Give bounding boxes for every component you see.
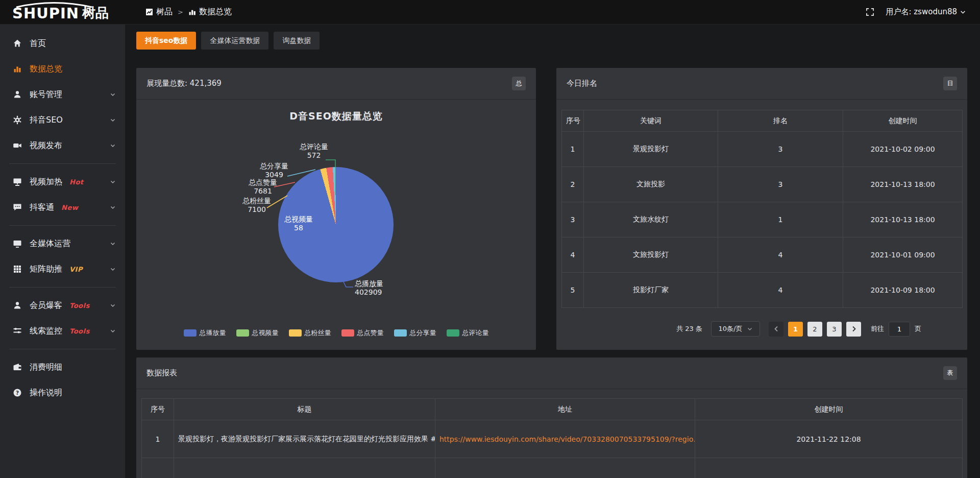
- chevron-down-icon: [110, 266, 116, 272]
- cell-url: [435, 458, 695, 478]
- table-row: 1 景观投影灯，夜游景观投影灯厂家展示展示落花灯在花园里的灯光投影应用效果 # …: [142, 420, 963, 458]
- sidebar-item-expense-detail[interactable]: 消费明细: [0, 354, 125, 380]
- sidebar-item-matrix-boost[interactable]: 矩阵助推 VIP: [0, 256, 125, 282]
- cell-index: 2: [562, 167, 584, 202]
- user-icon: [12, 300, 22, 310]
- sidebar-item-douketong[interactable]: 抖客通 New: [0, 195, 125, 220]
- cell-index: 3: [562, 202, 584, 237]
- total-badge-button[interactable]: 总: [512, 77, 526, 90]
- top-panels-row: 展现量总数: 421,369 总 D音SEO数据量总览 总评论量572: [136, 68, 967, 350]
- legend-color-chip: [289, 329, 302, 337]
- sidebar-divider: [9, 287, 116, 288]
- overview-panel-header: 展现量总数: 421,369 总: [136, 68, 536, 100]
- question-circle-icon: ?: [12, 388, 22, 398]
- page-size-value: 10条/页: [719, 324, 743, 333]
- pie-label-fans: 总粉丝量7100: [232, 197, 281, 214]
- sidebar-item-home[interactable]: 首页: [0, 31, 125, 56]
- cell-title: 景观投影灯，夜游景观投影灯厂家展示展示落花灯在花园里的灯光投影应用效果 #: [174, 420, 435, 458]
- impressions-total-stat: 展现量总数: 421,369: [146, 79, 222, 88]
- page-button-2[interactable]: 2: [807, 322, 822, 337]
- sidebar-item-label: 操作说明: [30, 388, 62, 398]
- tools-badge: Tools: [69, 327, 90, 335]
- legend-item[interactable]: 总视频量: [236, 328, 279, 338]
- video-url-link[interactable]: https://www.iesdouyin.com/share/video/70…: [439, 435, 695, 443]
- cell-index: 1: [562, 132, 584, 167]
- hot-badge: Hot: [69, 178, 84, 186]
- fullscreen-icon[interactable]: [866, 8, 874, 16]
- legend-item[interactable]: 总粉丝量: [289, 328, 331, 338]
- tab-inquiry-data[interactable]: 询盘数据: [274, 32, 320, 50]
- chevron-down-icon: [960, 9, 966, 15]
- next-page-button[interactable]: [846, 322, 861, 337]
- chevron-down-icon: [747, 326, 752, 331]
- pagination: 共 23 条 10条/页 1 2 3 前往: [556, 321, 921, 337]
- col-header: 关键词: [584, 110, 718, 132]
- page-size-select[interactable]: 10条/页: [711, 321, 760, 337]
- grid-icon: [12, 264, 22, 274]
- legend-label: 总播放量: [200, 328, 226, 338]
- cell-created: 2021-10-13 18:00: [843, 167, 963, 202]
- sidebar-item-label: 数据总览: [30, 64, 62, 75]
- sidebar-item-all-media[interactable]: 全媒体运营: [0, 231, 125, 256]
- sidebar: 首页 数据总览 账号管理 抖音SEO 视频发布 视频加热 Hot: [0, 25, 125, 478]
- sidebar-item-label: 线索监控: [30, 326, 62, 337]
- legend-color-chip: [184, 329, 197, 337]
- username-label: 用户名: zswodun88: [886, 7, 957, 17]
- legend-item[interactable]: 总评论量: [447, 328, 489, 338]
- table-row: 3 文旅水纹灯 1 2021-10-13 18:00: [562, 202, 963, 237]
- chevron-left-icon: [774, 326, 779, 332]
- data-report-panel: 数据报表 表 序号 标题 地址 创建时间 1 景观投影灯，夜游景观投影灯厂: [136, 357, 967, 478]
- app-root: SHUPIN 树品 树品 > 数据总览 用户名: zswodun88: [0, 0, 980, 478]
- sidebar-item-member-baoke[interactable]: 会员爆客 Tools: [0, 293, 125, 318]
- cell-title: [174, 458, 435, 478]
- cell-rank: 3: [718, 132, 843, 167]
- cell-index: 4: [562, 237, 584, 273]
- sidebar-item-douyin-seo[interactable]: 抖音SEO: [0, 107, 125, 133]
- page-button-3[interactable]: 3: [827, 322, 842, 337]
- sidebar-item-label: 全媒体运营: [30, 238, 70, 249]
- chevron-down-icon: [110, 328, 116, 334]
- tab-douyin-seo-data[interactable]: 抖音seo数据: [136, 32, 196, 50]
- legend-item[interactable]: 总分享量: [394, 328, 436, 338]
- table-row: 4 文旅投影灯 4 2021-10-01 09:00: [562, 237, 963, 273]
- col-header: 创建时间: [695, 399, 963, 420]
- report-panel-title: 数据报表: [146, 368, 177, 378]
- cell-rank: 1: [718, 202, 843, 237]
- breadcrumb: 树品 > 数据总览: [145, 7, 232, 17]
- data-tabs: 抖音seo数据 全媒体运营数据 询盘数据: [136, 32, 967, 50]
- page-button-1[interactable]: 1: [788, 322, 803, 337]
- user-menu[interactable]: 用户名: zswodun88: [886, 7, 966, 17]
- sidebar-item-video-publish[interactable]: 视频发布: [0, 133, 125, 158]
- bar-chart-icon: [188, 8, 196, 16]
- sidebar-item-data-overview[interactable]: 数据总览: [0, 56, 125, 82]
- table-badge-button[interactable]: 表: [943, 366, 957, 380]
- table-row: 2 文旅投影 3 2021-10-13 18:00: [562, 167, 963, 202]
- cell-created: 2021-10-01 09:00: [843, 237, 963, 273]
- sidebar-item-leads-monitor[interactable]: 线索监控 Tools: [0, 318, 125, 344]
- legend-item[interactable]: 总播放量: [184, 328, 226, 338]
- sidebar-item-label: 抖音SEO: [30, 115, 63, 126]
- cell-created: 2021-11-22 12:08: [695, 420, 963, 458]
- sidebar-item-label: 会员爆客: [30, 300, 62, 311]
- col-header: 标题: [174, 399, 435, 420]
- col-header: 序号: [562, 110, 584, 132]
- breadcrumb-item-home[interactable]: 树品: [145, 7, 173, 17]
- sidebar-item-help[interactable]: ? 操作说明: [0, 380, 125, 405]
- chart-title: D音SEO数据量总览: [136, 110, 536, 123]
- sidebar-item-account[interactable]: 账号管理: [0, 82, 125, 107]
- today-rank-panel: 今日排名 日 序号 关键词 排名 创建时间: [556, 68, 967, 350]
- legend-item[interactable]: 总点赞量: [341, 328, 384, 338]
- prev-page-button[interactable]: [769, 322, 783, 337]
- goto-page-input[interactable]: [889, 322, 910, 337]
- table-row: 1 景观投影灯 3 2021-10-02 09:00: [562, 132, 963, 167]
- day-badge-button[interactable]: 日: [943, 77, 957, 90]
- breadcrumb-item-current[interactable]: 数据总览: [188, 7, 232, 17]
- legend-color-chip: [447, 329, 459, 337]
- tab-all-media-data[interactable]: 全媒体运营数据: [201, 32, 268, 50]
- sidebar-item-label: 账号管理: [30, 89, 62, 100]
- chevron-right-icon: [851, 326, 856, 332]
- legend-color-chip: [236, 329, 249, 337]
- sidebar-item-video-heat[interactable]: 视频加热 Hot: [0, 169, 125, 195]
- chat-bubble-icon: [12, 202, 22, 212]
- goto-label: 前往: [871, 324, 884, 333]
